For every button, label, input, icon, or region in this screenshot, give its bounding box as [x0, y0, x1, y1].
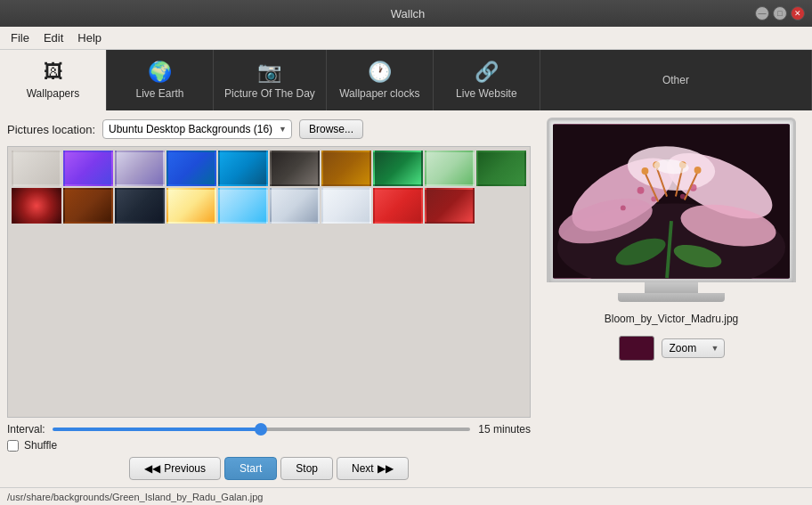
- right-panel: Bloom_by_Victor_Madru.jpg Zoom Fit Fill …: [538, 118, 805, 480]
- content-area: Pictures location: Ubuntu Desktop Backgr…: [0, 110, 812, 487]
- list-item[interactable]: [166, 188, 216, 224]
- list-item[interactable]: [476, 151, 526, 186]
- monitor-neck: [645, 282, 698, 293]
- live-earth-icon: 🌍: [148, 61, 172, 84]
- next-button[interactable]: Next▶▶: [337, 457, 409, 480]
- window-controls: — □ ✕: [755, 6, 805, 20]
- previous-button[interactable]: ◀◀ ◀◀PreviousPrevious: [129, 457, 221, 480]
- location-bar: Pictures location: Ubuntu Desktop Backgr…: [7, 118, 531, 141]
- tab-wallpapers-label: Wallpapers: [27, 87, 80, 100]
- browse-button[interactable]: Browse...: [299, 119, 363, 139]
- list-item[interactable]: [321, 188, 371, 224]
- left-panel: Pictures location: Ubuntu Desktop Backgr…: [7, 118, 531, 480]
- image-grid-container[interactable]: [7, 146, 531, 418]
- list-item[interactable]: [63, 188, 113, 224]
- live-website-icon: 🔗: [475, 61, 499, 84]
- start-button[interactable]: Start: [224, 457, 277, 480]
- location-select[interactable]: Ubuntu Desktop Backgrounds (16): [102, 119, 292, 139]
- location-label: Pictures location:: [7, 123, 95, 136]
- preview-monitor: [542, 118, 800, 302]
- list-item[interactable]: [12, 151, 61, 186]
- tab-wallpaper-clocks-label: Wallpaper clocks: [339, 87, 419, 100]
- window-title: Wallch: [61, 7, 755, 20]
- location-select-wrapper: Ubuntu Desktop Backgrounds (16): [102, 119, 292, 139]
- tab-wallpaper-clocks[interactable]: 🕐 Wallpaper clocks: [327, 50, 434, 110]
- shuffle-label: Shuffle: [24, 439, 57, 452]
- controls-bottom: Interval: 15 minutes Shuffle ◀◀ ◀◀Previo…: [7, 423, 531, 480]
- close-button[interactable]: ✕: [791, 6, 805, 20]
- list-item[interactable]: [218, 188, 268, 224]
- start-label: Start: [240, 462, 262, 475]
- interval-slider[interactable]: [53, 428, 470, 431]
- wallpaper-clocks-icon: 🕐: [368, 61, 392, 84]
- tab-bar: 🖼 Wallpapers 🌍 Live Earth 📷 Picture Of T…: [0, 50, 812, 110]
- tab-picture-day-label: Picture Of The Day: [224, 87, 315, 100]
- interval-label: Interval:: [7, 423, 45, 436]
- maximize-button[interactable]: □: [773, 6, 787, 20]
- menu-bar: File Edit Help: [0, 27, 812, 50]
- list-item[interactable]: [321, 151, 371, 186]
- list-item[interactable]: [270, 188, 320, 224]
- monitor-base: [618, 293, 725, 302]
- svg-point-20: [694, 167, 702, 174]
- stop-label: Stop: [296, 462, 318, 475]
- preview-filename: Bloom_by_Victor_Madru.jpg: [605, 313, 739, 325]
- list-item[interactable]: [63, 151, 113, 186]
- tab-live-website-label: Live Website: [456, 87, 516, 100]
- menu-help[interactable]: Help: [70, 29, 109, 47]
- status-bar: /usr/share/backgrounds/Green_Island_by_R…: [0, 487, 812, 505]
- interval-row: Interval: 15 minutes: [7, 423, 531, 436]
- list-item[interactable]: [115, 188, 165, 224]
- list-item[interactable]: [270, 151, 320, 186]
- status-path: /usr/share/backgrounds/Green_Island_by_R…: [7, 492, 263, 502]
- monitor-frame: [547, 118, 796, 282]
- zoom-select-wrapper: Zoom Fit Fill Center Tile: [662, 338, 725, 358]
- list-item[interactable]: [373, 188, 423, 224]
- list-item[interactable]: [373, 151, 423, 186]
- monitor-screen: [553, 124, 790, 279]
- tab-live-earth-label: Live Earth: [135, 87, 183, 100]
- shuffle-row: Shuffle: [7, 439, 531, 452]
- list-item[interactable]: [218, 151, 268, 186]
- image-grid: [12, 151, 526, 224]
- action-buttons: ◀◀ ◀◀PreviousPrevious Start Stop Next▶▶: [7, 457, 531, 480]
- list-item[interactable]: [166, 151, 216, 186]
- list-item[interactable]: [425, 151, 475, 186]
- picture-day-icon: 📷: [257, 61, 281, 84]
- tab-picture-of-day[interactable]: 📷 Picture Of The Day: [214, 50, 327, 110]
- tab-other-label: Other: [662, 74, 689, 86]
- color-swatch[interactable]: [619, 336, 654, 361]
- svg-point-7: [637, 187, 645, 194]
- preview-controls: Zoom Fit Fill Center Tile: [619, 336, 725, 361]
- preview-image: [553, 124, 790, 279]
- interval-value: 15 minutes: [477, 423, 531, 436]
- stop-button[interactable]: Stop: [280, 457, 333, 480]
- list-item[interactable]: [115, 151, 165, 186]
- tab-wallpapers[interactable]: 🖼 Wallpapers: [0, 50, 107, 110]
- tab-live-website[interactable]: 🔗 Live Website: [434, 50, 540, 110]
- minimize-button[interactable]: —: [755, 6, 769, 20]
- zoom-select[interactable]: Zoom Fit Fill Center Tile: [662, 338, 725, 358]
- menu-edit[interactable]: Edit: [37, 29, 70, 47]
- previous-icon: ◀◀: [144, 462, 160, 475]
- svg-point-11: [621, 205, 626, 210]
- title-bar: Wallch — □ ✕: [0, 0, 812, 27]
- list-item[interactable]: [12, 188, 61, 224]
- menu-file[interactable]: File: [4, 29, 37, 47]
- shuffle-checkbox[interactable]: [7, 440, 19, 452]
- main-window: Wallch — □ ✕ File Edit Help 🖼 Wallpapers…: [0, 0, 812, 505]
- wallpapers-icon: 🖼: [44, 61, 63, 84]
- tab-live-earth[interactable]: 🌍 Live Earth: [107, 50, 214, 110]
- tab-other[interactable]: Other: [540, 50, 812, 110]
- next-icon: ▶▶: [378, 462, 394, 475]
- svg-point-14: [642, 167, 649, 175]
- list-item[interactable]: [425, 188, 475, 224]
